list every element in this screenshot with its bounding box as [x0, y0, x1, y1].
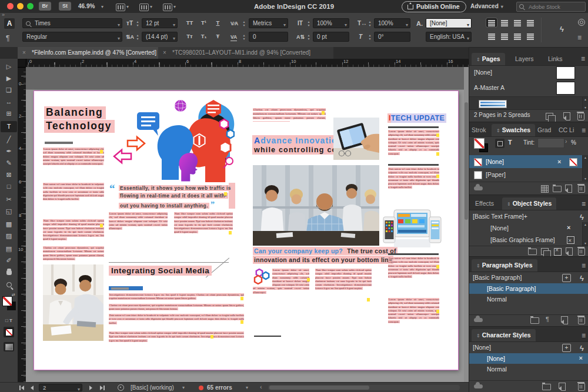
last-page-button[interactable] [100, 383, 105, 392]
delete-swatch-icon[interactable] [578, 185, 585, 193]
baseline-shift-field[interactable]: 0 pt [313, 32, 349, 42]
swatches-scrollbar[interactable] [582, 155, 588, 181]
font-size-combo[interactable]: 12 pt [142, 18, 178, 28]
page-tool[interactable]: ❏ [1, 85, 17, 96]
body-text-frame[interactable]: Investigationes demonstraverunt lectores… [109, 293, 244, 302]
page-spread[interactable]: Balancing Technology Lorem ipsum dolor s… [34, 91, 458, 370]
cc-libraries-icon[interactable] [474, 318, 483, 322]
scrollbar-thumb[interactable] [465, 102, 468, 220]
scrollbar-thumb[interactable] [269, 386, 369, 390]
pen-tool[interactable]: ✒ [1, 146, 17, 157]
formatting-affects-buttons[interactable]: □ T [1, 315, 17, 326]
horizontal-ruler[interactable]: 0 2 4 6 8 10 12 14 16 [18, 59, 469, 68]
baseline-shift-stepper[interactable] [306, 33, 312, 41]
justify-all-button[interactable] [512, 32, 523, 41]
new-style-icon[interactable] [559, 383, 566, 391]
pull-quote-line[interactable]: out you having to install anything.” [119, 200, 216, 210]
document-tab-active[interactable]: *FileInfo.com Example.indd @ 47% [Conver… [18, 47, 179, 59]
swatch-views-icon[interactable] [541, 185, 549, 193]
adobe-stock-search[interactable] [516, 2, 586, 12]
businessmen-photo[interactable] [43, 264, 103, 341]
justify-last-left-button[interactable] [525, 18, 536, 27]
tab-paragraph-styles[interactable]: Paragraph Styles [472, 259, 537, 272]
body-text-frame[interactable]: Duis autem vel eum iriure dolor in hendr… [109, 314, 244, 330]
new-group-icon[interactable] [542, 384, 551, 390]
underline-button[interactable] [212, 18, 224, 28]
selection-tool[interactable]: ▷ [1, 61, 17, 72]
pages-scrollbar[interactable] [582, 97, 588, 110]
body-text-frame[interactable]: Lorem ipsum dolor sit amet, consectetuer… [253, 269, 309, 334]
panel-gear-icon[interactable] [578, 19, 585, 26]
body-text-frame[interactable]: Duis autem vel eum iriure dolor in hendr… [43, 183, 104, 217]
control-panel-menu-icon[interactable] [577, 32, 582, 42]
pencil-tool[interactable]: ✎ [1, 158, 17, 169]
line-tool[interactable]: ╱ [1, 134, 17, 145]
align-right-button[interactable] [512, 18, 523, 27]
pasteboard[interactable]: Balancing Technology Lorem ipsum dolor s… [26, 67, 469, 382]
panel-menu-icon[interactable] [581, 53, 585, 63]
team-photo[interactable] [253, 165, 379, 246]
ruler-origin-box[interactable] [18, 59, 26, 68]
new-group-icon[interactable] [528, 249, 537, 255]
first-page-button[interactable] [19, 383, 24, 392]
kerning-combo[interactable]: Metrics [249, 18, 288, 28]
preflight-profile[interactable]: [Basic] (working) [131, 383, 174, 392]
body-text-frame[interactable]: Claritas est etiam processus dynamicus, … [43, 246, 104, 262]
formatting-affects-container-button[interactable] [495, 139, 505, 148]
tab-stroke[interactable]: Strok [469, 124, 489, 136]
panel-menu-icon[interactable] [582, 125, 586, 135]
horizontal-scale-combo[interactable]: 100% [374, 18, 410, 28]
photo-caption-line2[interactable]: innovation and its effect on your bottom… [253, 256, 393, 263]
gradient-tool[interactable]: ▩ [1, 219, 17, 230]
break-link-icon[interactable] [541, 248, 549, 255]
body-text-frame[interactable]: Lorem ipsum dolor sit amet, consectetuer… [388, 298, 439, 344]
tab-character-styles[interactable]: Character Styles [472, 329, 536, 341]
zoom-tool[interactable] [1, 280, 17, 291]
body-text-frame[interactable]: Duis autem vel eum iriure dolor in hendr… [388, 167, 439, 205]
rectangle-tool[interactable]: □ [1, 181, 17, 192]
tab-swatches[interactable]: Swatches [492, 124, 535, 136]
character-style-row[interactable]: [None] [469, 353, 588, 364]
spread-thumbnail[interactable] [479, 100, 507, 108]
search-input[interactable] [527, 2, 584, 11]
object-styles-scrollbar[interactable] [582, 222, 588, 246]
panel-menu-icon[interactable] [582, 260, 586, 270]
vertical-scrollbar[interactable] [464, 67, 469, 382]
all-caps-button[interactable] [183, 18, 196, 28]
error-count[interactable]: 65 errors [207, 383, 232, 392]
next-page-button[interactable] [89, 383, 92, 392]
language-combo[interactable]: English: USA [426, 32, 472, 42]
character-style-combo[interactable]: [None] [426, 18, 472, 28]
formatting-affects-text-button[interactable]: T [508, 139, 512, 146]
delete-style-icon[interactable] [578, 248, 585, 256]
tint-chevron-icon[interactable]: › [565, 138, 567, 145]
tab-layers[interactable]: Layers [510, 53, 539, 65]
new-group-icon[interactable] [553, 186, 562, 192]
document-tab[interactable]: *TC9980201–LAYOUT–MI1.indd @ 94% [Conver… [158, 47, 333, 59]
body-text-frame[interactable]: Nam liber tempor cum soluta nobis eleife… [174, 212, 233, 263]
screen-mode-toggle[interactable] [4, 342, 14, 351]
tablet-photo[interactable] [333, 118, 379, 160]
tab-links[interactable]: Links [543, 53, 567, 65]
quick-apply-icon[interactable] [560, 25, 564, 33]
font-size-stepper[interactable] [135, 20, 141, 27]
horizontal-scale-stepper[interactable] [367, 20, 373, 27]
paragraph-style-row[interactable]: Normal [469, 294, 588, 304]
fill-swatch[interactable] [2, 296, 12, 306]
cc-libraries-icon[interactable] [474, 186, 483, 190]
quick-apply-icon[interactable] [580, 273, 584, 284]
leading-stepper[interactable] [135, 33, 141, 41]
scissors-tool[interactable]: ✂ [1, 194, 17, 205]
close-tab-icon[interactable] [22, 47, 26, 59]
frame-tool[interactable]: ⊠ [1, 169, 17, 180]
master-row-none[interactable]: [None] [469, 66, 588, 79]
body-text-frame[interactable]: Nam liber tempor cum soluta nobis eleife… [43, 219, 104, 244]
panel-overflow-marker[interactable]: » [2, 12, 5, 18]
body-text-frame[interactable]: Duis autem vel eum iriure dolor in hendr… [388, 257, 439, 294]
justify-button[interactable] [525, 32, 536, 41]
type-tool[interactable]: T [1, 121, 17, 132]
devices-photo[interactable] [382, 209, 442, 249]
superscript-button[interactable] [198, 18, 210, 28]
body-text-frame[interactable]: Claritas est etiam processus dynamicus, … [109, 304, 244, 311]
delete-style-icon[interactable] [578, 383, 585, 391]
